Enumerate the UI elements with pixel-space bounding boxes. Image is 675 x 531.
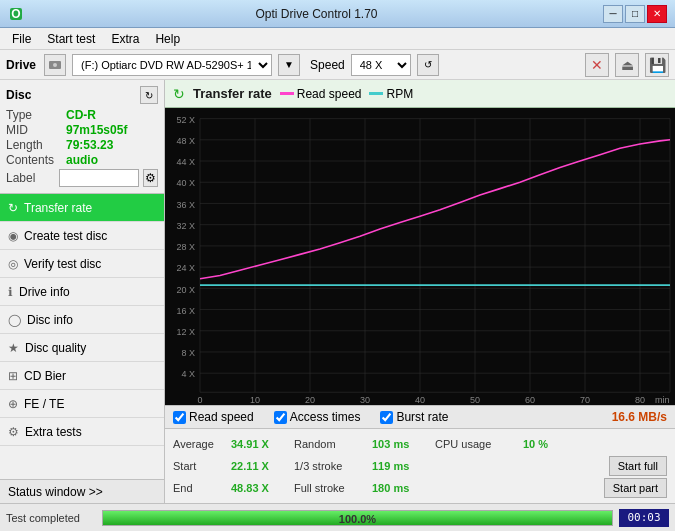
nav-disc-quality[interactable]: ★ Disc quality xyxy=(0,334,164,362)
status-window-btn[interactable]: Status window >> xyxy=(0,479,164,503)
minimize-button[interactable]: ─ xyxy=(603,5,623,23)
disc-type-val: CD-R xyxy=(66,108,96,122)
cb-access-times-input[interactable] xyxy=(274,411,287,424)
stats-row-1: Average 34.91 X Random 103 ms CPU usage … xyxy=(173,433,667,455)
menu-help[interactable]: Help xyxy=(147,28,188,49)
svg-text:O: O xyxy=(11,7,20,21)
nav-drive-info[interactable]: ℹ Drive info xyxy=(0,278,164,306)
drive-refresh-btn[interactable]: ▼ xyxy=(278,54,300,76)
svg-text:min: min xyxy=(655,395,669,405)
nav-transfer-rate[interactable]: ↻ Transfer rate xyxy=(0,194,164,222)
nav-disc-quality-label: Disc quality xyxy=(25,341,86,355)
chart-container: 52 X 48 X 44 X 40 X 36 X 32 X 28 X 24 X … xyxy=(165,108,675,405)
legend-rpm: RPM xyxy=(369,87,413,101)
cb-read-speed[interactable]: Read speed xyxy=(173,410,254,424)
cb-access-times[interactable]: Access times xyxy=(274,410,361,424)
nav-extra-tests[interactable]: ⚙ Extra tests xyxy=(0,418,164,446)
stat-end-val: 48.83 X xyxy=(231,482,286,494)
nav-verify-test-disc[interactable]: ◎ Verify test disc xyxy=(0,250,164,278)
svg-text:36 X: 36 X xyxy=(177,199,195,209)
svg-text:0: 0 xyxy=(197,395,202,405)
disc-refresh-btn[interactable]: ↻ xyxy=(140,86,158,104)
svg-text:30: 30 xyxy=(360,395,370,405)
drive-info-icon: ℹ xyxy=(8,285,13,299)
checkboxes-row: Read speed Access times Burst rate 16.6 … xyxy=(165,405,675,429)
drivebar: Drive (F:) Optiarc DVD RW AD-5290S+ 1.R9… xyxy=(0,50,675,80)
burst-rate-value: 16.6 MB/s xyxy=(612,410,667,424)
disc-info-icon: ◯ xyxy=(8,313,21,327)
eject-btn[interactable]: ⏏ xyxy=(615,53,639,77)
burst-rate-value-row: 16.6 MB/s xyxy=(612,410,667,424)
disc-label-btn[interactable]: ⚙ xyxy=(143,169,158,187)
progress-text: 100.0% xyxy=(103,511,612,526)
svg-text:60: 60 xyxy=(525,395,535,405)
titlebar: O Opti Drive Control 1.70 ─ □ ✕ xyxy=(0,0,675,28)
menu-file[interactable]: File xyxy=(4,28,39,49)
window-controls: ─ □ ✕ xyxy=(603,5,667,23)
svg-text:52 X: 52 X xyxy=(177,115,195,125)
sidebar-nav: ↻ Transfer rate ◉ Create test disc ◎ Ver… xyxy=(0,194,164,479)
speed-arrow-btn[interactable]: ↺ xyxy=(417,54,439,76)
nav-disc-info[interactable]: ◯ Disc info xyxy=(0,306,164,334)
nav-extra-tests-label: Extra tests xyxy=(25,425,82,439)
menu-start-test[interactable]: Start test xyxy=(39,28,103,49)
nav-fe-te-label: FE / TE xyxy=(24,397,64,411)
stat-third-stroke-val: 119 ms xyxy=(372,460,427,472)
nav-fe-te[interactable]: ⊕ FE / TE xyxy=(0,390,164,418)
stats-row-3: End 48.83 X Full stroke 180 ms Start par… xyxy=(173,477,667,499)
speed-select[interactable]: 48 X xyxy=(351,54,411,76)
stat-average-val: 34.91 X xyxy=(231,438,286,450)
start-part-button[interactable]: Start part xyxy=(604,478,667,498)
svg-point-3 xyxy=(53,63,57,67)
svg-text:40: 40 xyxy=(415,395,425,405)
app-title: Opti Drive Control 1.70 xyxy=(30,7,603,21)
stat-cpu-label: CPU usage xyxy=(435,438,515,450)
stat-cpu-val: 10 % xyxy=(523,438,568,450)
chart-title: Transfer rate xyxy=(193,86,272,101)
menu-extra[interactable]: Extra xyxy=(103,28,147,49)
stat-random-val: 103 ms xyxy=(372,438,427,450)
svg-text:10: 10 xyxy=(250,395,260,405)
status-window-label: Status window >> xyxy=(8,485,103,499)
svg-text:80: 80 xyxy=(635,395,645,405)
save-btn[interactable]: 💾 xyxy=(645,53,669,77)
nav-create-disc-label: Create test disc xyxy=(24,229,107,243)
svg-text:20 X: 20 X xyxy=(177,284,195,294)
cb-read-speed-input[interactable] xyxy=(173,411,186,424)
sidebar: Disc ↻ Type CD-R MID 97m15s05f Length 79… xyxy=(0,80,165,503)
legend-rpm-color xyxy=(369,92,383,95)
stat-third-stroke-label: 1/3 stroke xyxy=(294,460,364,472)
drive-select[interactable]: (F:) Optiarc DVD RW AD-5290S+ 1.R9 xyxy=(72,54,272,76)
transfer-rate-icon: ↻ xyxy=(8,201,18,215)
nav-verify-disc-label: Verify test disc xyxy=(24,257,101,271)
erase-btn[interactable]: ✕ xyxy=(585,53,609,77)
nav-create-test-disc[interactable]: ◉ Create test disc xyxy=(0,222,164,250)
close-button[interactable]: ✕ xyxy=(647,5,667,23)
nav-drive-info-label: Drive info xyxy=(19,285,70,299)
disc-length-val: 79:53.23 xyxy=(66,138,113,152)
legend-read-speed-color xyxy=(280,92,294,95)
svg-text:48 X: 48 X xyxy=(177,136,195,146)
start-full-button[interactable]: Start full xyxy=(609,456,667,476)
nav-disc-info-label: Disc info xyxy=(27,313,73,327)
stat-average-label: Average xyxy=(173,438,223,450)
cb-burst-rate[interactable]: Burst rate xyxy=(380,410,448,424)
maximize-button[interactable]: □ xyxy=(625,5,645,23)
disc-length-label: Length xyxy=(6,138,66,152)
cb-burst-rate-input[interactable] xyxy=(380,411,393,424)
nav-cd-bier[interactable]: ⊞ CD Bier xyxy=(0,362,164,390)
chart-svg: 52 X 48 X 44 X 40 X 36 X 32 X 28 X 24 X … xyxy=(165,108,675,405)
disc-panel: Disc ↻ Type CD-R MID 97m15s05f Length 79… xyxy=(0,80,164,194)
speed-label: Speed xyxy=(310,58,345,72)
nav-transfer-rate-label: Transfer rate xyxy=(24,201,92,215)
extra-tests-icon: ⚙ xyxy=(8,425,19,439)
cd-bier-icon: ⊞ xyxy=(8,369,18,383)
legend-read-speed-label: Read speed xyxy=(297,87,362,101)
drive-icon-btn[interactable] xyxy=(44,54,66,76)
disc-label-input[interactable] xyxy=(59,169,139,187)
chart-icon: ↻ xyxy=(173,86,185,102)
svg-text:44 X: 44 X xyxy=(177,157,195,167)
svg-text:8 X: 8 X xyxy=(181,348,195,358)
svg-text:4 X: 4 X xyxy=(181,369,195,379)
stat-end-label: End xyxy=(173,482,223,494)
